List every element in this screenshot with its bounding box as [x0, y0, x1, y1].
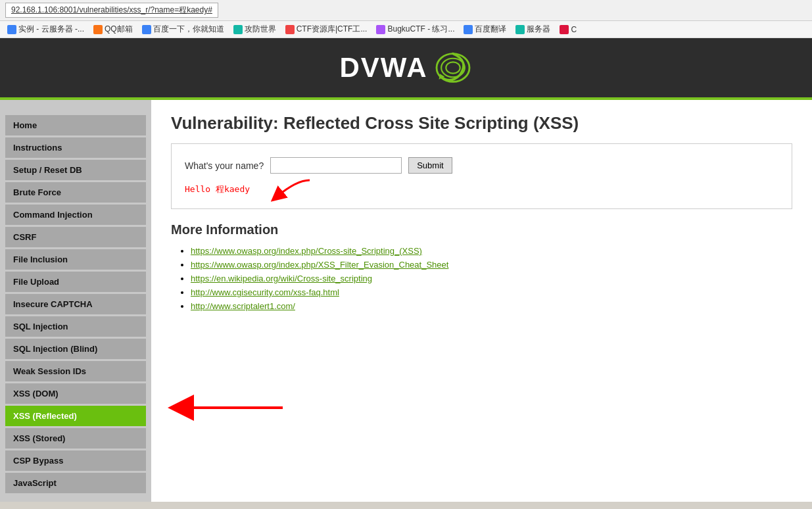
form-label: What's your name?	[185, 160, 264, 171]
sidebar-item-home[interactable]: Home	[5, 115, 146, 135]
name-input[interactable]	[270, 157, 402, 174]
submit-button[interactable]: Submit	[408, 157, 452, 174]
bookmark-label-0: 实例 - 云服务器 -...	[18, 24, 84, 35]
bookmark-label-3: 攻防世界	[245, 24, 276, 35]
list-item: http://www.scriptalert1.com/	[191, 301, 792, 311]
sidebar-item-csp-bypass[interactable]: CSP Bypass	[5, 450, 146, 471]
bookmark-item-1[interactable]: QQ邮箱	[91, 23, 135, 36]
list-item: https://www.owasp.org/index.php/Cross-si…	[191, 245, 792, 256]
bookmark-icon-3	[233, 25, 243, 34]
more-info-link-4[interactable]: http://www.scriptalert1.com/	[191, 301, 295, 311]
bookmark-item-5[interactable]: BugkuCTF - 练习...	[374, 23, 456, 36]
more-info-link-3[interactable]: http://www.cgisecurity.com/xss-faq.html	[191, 287, 339, 297]
sidebar-item-instructions[interactable]: Instructions	[5, 137, 146, 158]
sidebar-item-xss-(dom)[interactable]: XSS (DOM)	[5, 383, 146, 404]
bookmark-icon-2	[142, 25, 151, 34]
hello-arrow-icon	[264, 177, 316, 210]
main-content: Vulnerability: Reflected Cross Site Scri…	[151, 100, 812, 502]
bookmarks-bar: 实例 - 云服务器 -...QQ邮箱百度一下，你就知道攻防世界CTF资源库|CT…	[0, 21, 812, 38]
bookmark-icon-8	[560, 25, 569, 34]
bookmark-icon-4	[285, 25, 295, 34]
sidebar-item-sql-injection[interactable]: SQL Injection	[5, 316, 146, 337]
url-text: 92.168.1.106:8001/vulnerabilities/xss_r/…	[11, 5, 212, 14]
more-info-link-0[interactable]: https://www.owasp.org/index.php/Cross-si…	[191, 246, 422, 256]
more-info-list: https://www.owasp.org/index.php/Cross-si…	[171, 245, 792, 311]
bookmark-label-5: BugkuCTF - 练习...	[387, 24, 454, 35]
sidebar-item-file-inclusion[interactable]: File Inclusion	[5, 249, 146, 270]
bookmark-item-3[interactable]: 攻防世界	[231, 23, 278, 36]
list-item: https://en.wikipedia.org/wiki/Cross-site…	[191, 273, 792, 283]
sidebar-item-brute-force[interactable]: Brute Force	[5, 182, 146, 203]
bookmark-label-7: 服务器	[527, 24, 550, 35]
hello-message: Hello 程kaedy	[185, 184, 250, 194]
bookmark-item-8[interactable]: C	[558, 24, 579, 35]
bookmark-item-2[interactable]: 百度一下，你就知道	[140, 23, 226, 36]
sidebar-item-setup-/-reset-db[interactable]: Setup / Reset DB	[5, 160, 146, 180]
more-info-link-2[interactable]: https://en.wikipedia.org/wiki/Cross-site…	[191, 274, 372, 283]
xss-form-box: What's your name? Submit Hello 程kaedy	[171, 143, 792, 209]
bookmark-item-6[interactable]: 百度翻译	[462, 23, 508, 36]
content-area: HomeInstructionsSetup / Reset DBBrute Fo…	[0, 100, 812, 502]
bookmark-icon-0	[7, 25, 16, 34]
form-row: What's your name? Submit	[185, 157, 778, 174]
sidebar-item-weak-session-ids[interactable]: Weak Session IDs	[5, 361, 146, 381]
sidebar-item-sql-injection-(blind)[interactable]: SQL Injection (Blind)	[5, 339, 146, 359]
bookmark-item-0[interactable]: 实例 - 云服务器 -...	[5, 23, 86, 36]
sidebar-item-javascript[interactable]: JavaScript	[5, 473, 146, 493]
bookmark-icon-6	[464, 25, 473, 34]
bookmark-label-1: QQ邮箱	[105, 24, 133, 35]
url-bar[interactable]: 92.168.1.106:8001/vulnerabilities/xss_r/…	[5, 3, 218, 18]
bookmark-label-6: 百度翻译	[475, 24, 506, 35]
list-item: https://www.owasp.org/index.php/XSS_Filt…	[191, 259, 792, 270]
browser-bar: 92.168.1.106:8001/vulnerabilities/xss_r/…	[0, 0, 812, 21]
dvwa-logo: DVWA	[340, 51, 473, 84]
bookmark-label-8: C	[571, 25, 577, 34]
bookmark-icon-1	[93, 25, 103, 34]
sidebar-item-xss-(reflected)[interactable]: XSS (Reflected)	[5, 406, 146, 426]
dvwa-header: DVWA	[0, 38, 812, 100]
svg-point-2	[446, 62, 460, 73]
more-info-link-1[interactable]: https://www.owasp.org/index.php/XSS_Filt…	[191, 260, 448, 270]
bookmark-label-4: CTF资源库|CTF工...	[297, 24, 368, 35]
sidebar-item-file-upload[interactable]: File Upload	[5, 272, 146, 292]
bookmark-icon-5	[376, 25, 385, 34]
bookmark-label-2: 百度一下，你就知道	[153, 24, 224, 35]
sidebar-item-insecure-captcha[interactable]: Insecure CAPTCHA	[5, 294, 146, 314]
bookmark-item-7[interactable]: 服务器	[513, 23, 552, 36]
page-title: Vulnerability: Reflected Cross Site Scri…	[171, 113, 792, 133]
sidebar-item-command-injection[interactable]: Command Injection	[5, 205, 146, 225]
bookmark-item-4[interactable]: CTF资源库|CTF工...	[283, 23, 370, 36]
sidebar-item-xss-(stored)[interactable]: XSS (Stored)	[5, 428, 146, 448]
sidebar: HomeInstructionsSetup / Reset DBBrute Fo…	[0, 100, 151, 502]
list-item: http://www.cgisecurity.com/xss-faq.html	[191, 287, 792, 297]
page-wrapper: DVWA HomeInstructionsSetup / Reset DBBru…	[0, 38, 812, 502]
dvwa-spiral-icon	[433, 51, 473, 84]
dvwa-logo-text: DVWA	[340, 52, 428, 84]
bookmark-icon-7	[515, 25, 525, 34]
sidebar-item-csrf[interactable]: CSRF	[5, 227, 146, 247]
more-info-title: More Information	[171, 222, 792, 237]
